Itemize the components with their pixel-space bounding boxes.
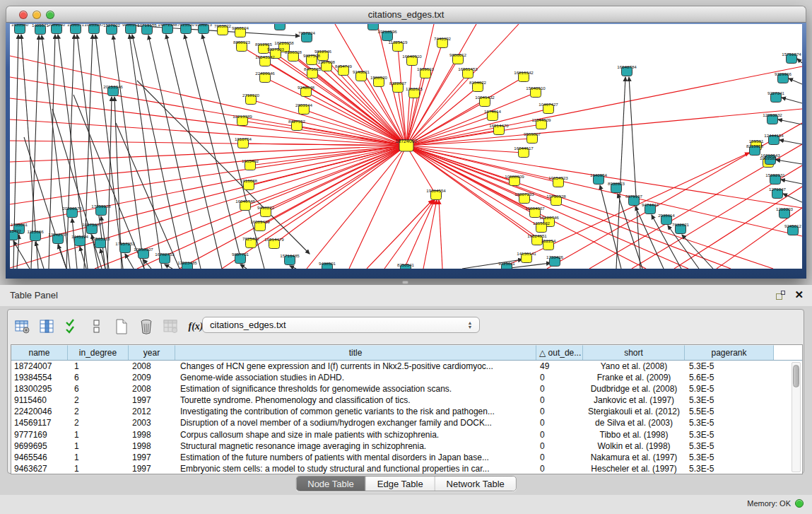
tab-edge-table[interactable]: Edge Table <box>366 477 435 491</box>
cell-title: Genome-wide association studies in ADHD. <box>175 372 536 383</box>
table-mode-icon[interactable] <box>13 317 32 336</box>
cell-short: Dudbridge et al. (2008) <box>583 383 685 395</box>
close-panel-icon[interactable]: ✕ <box>794 288 804 301</box>
cell-name: 18300295 <box>11 383 68 395</box>
new-column-icon[interactable] <box>112 317 131 336</box>
svg-text:19524851: 19524851 <box>527 233 547 238</box>
cell-title: Corpus callosum shape and size in male p… <box>175 429 536 440</box>
svg-text:8860123: 8860123 <box>233 40 251 45</box>
citation-graph[interactable]: 1633580140557120891401956571106532871527… <box>10 24 802 269</box>
table-row[interactable]: 1830029562008Estimation of significance … <box>11 383 802 395</box>
svg-text:7857224: 7857224 <box>298 30 316 35</box>
svg-text:12923485: 12923485 <box>177 260 197 265</box>
cell-year: 1997 <box>129 395 175 406</box>
table-row[interactable]: 1872400712008Changes of HCN gene express… <box>11 361 802 372</box>
table-row[interactable]: 977716911998Corpus callosum shape and si… <box>11 429 802 440</box>
svg-text:16640910: 16640910 <box>402 54 422 59</box>
column-header-pagerank[interactable]: pagerank <box>685 345 774 360</box>
tab-network-table[interactable]: Network Table <box>435 477 516 491</box>
cell-title: Structural magnetic resonance image aver… <box>175 440 536 452</box>
svg-text:9827508: 9827508 <box>303 53 321 58</box>
cell-in_degree: 1 <box>68 429 129 440</box>
window-titlebar[interactable]: citations_edges.txt <box>6 6 806 23</box>
table-scrollbar[interactable] <box>792 362 801 472</box>
selection-mode-icon[interactable] <box>88 317 106 336</box>
column-header-short[interactable]: short <box>583 345 685 360</box>
table-row[interactable]: 946554611997Estimation of the future num… <box>11 452 802 463</box>
panel-splitter-handle[interactable] <box>402 281 408 284</box>
network-canvas[interactable]: 1633580140557120891401956571106532871527… <box>10 24 802 269</box>
svg-text:8186328: 8186328 <box>285 49 302 54</box>
svg-text:19654923: 19654923 <box>548 175 568 180</box>
svg-text:2367608: 2367608 <box>318 59 336 64</box>
cell-in_degree: 1 <box>68 463 129 474</box>
cell-name: 9465546 <box>11 452 68 463</box>
cell-out_degree: 0 <box>536 452 583 463</box>
column-header-name[interactable]: name <box>11 345 68 360</box>
cell-out_degree: 0 <box>536 417 583 428</box>
svg-text:1115686: 1115686 <box>27 229 44 234</box>
graph-node[interactable] <box>275 24 286 30</box>
svg-text:18724007: 18724007 <box>395 139 417 144</box>
cell-short: Yano et al. (2008) <box>583 361 685 372</box>
table-row[interactable]: 911546021997Tourette syndrome. Phenomeno… <box>11 395 802 406</box>
svg-text:1674614: 1674614 <box>484 109 502 114</box>
svg-text:9146821: 9146821 <box>353 69 370 74</box>
svg-text:16044617: 16044617 <box>514 146 534 151</box>
cell-short: de Silva et al. (2003) <box>583 417 685 428</box>
svg-text:9827503: 9827503 <box>267 47 285 52</box>
svg-text:1210303: 1210303 <box>776 206 794 211</box>
cell-name: 9463627 <box>11 463 68 474</box>
cell-out_degree: 0 <box>536 463 583 474</box>
svg-text:16961453: 16961453 <box>458 66 478 71</box>
svg-text:16816342: 16816342 <box>514 70 534 75</box>
table-row[interactable]: 1938455462009Genome-wide association stu… <box>11 372 802 383</box>
cell-name: 19384554 <box>11 372 68 383</box>
show-column-icon[interactable] <box>38 317 57 336</box>
cell-short: Jankovic et al. (1997) <box>583 395 685 406</box>
cell-out_degree: 0 <box>536 395 583 406</box>
svg-text:16046748: 16046748 <box>235 199 255 204</box>
delete-table-icon[interactable] <box>162 317 180 336</box>
cell-year: 2003 <box>129 417 175 428</box>
table-row[interactable]: 969969511998Structural magnetic resonanc… <box>11 440 802 452</box>
svg-text:18226058: 18226058 <box>274 40 294 45</box>
cell-year: 2012 <box>129 406 175 417</box>
cell-pagerank: 5.9E-5 <box>685 383 774 395</box>
cell-year: 2008 <box>129 361 175 372</box>
float-panel-icon[interactable] <box>776 291 785 300</box>
scrollbar-thumb[interactable] <box>793 365 799 387</box>
tab-node-table[interactable]: Node Table <box>296 477 366 491</box>
svg-text:20153346: 20153346 <box>103 84 123 89</box>
table-panel-body: f(x) citations_edges.txt ▲▼ namein_degre… <box>7 309 804 474</box>
svg-text:3915422: 3915422 <box>10 228 22 233</box>
column-header-year[interactable]: year <box>129 345 175 360</box>
cell-in_degree: 2 <box>68 395 129 406</box>
cell-year: 1998 <box>129 440 175 452</box>
svg-text:15640910: 15640910 <box>526 86 546 90</box>
svg-text:1669610: 1669610 <box>417 66 435 71</box>
table-row[interactable]: 2242004622012Investigating the contribut… <box>11 406 802 417</box>
svg-text:11325419: 11325419 <box>388 40 408 45</box>
status-bar: Memory: OK <box>0 495 812 514</box>
svg-text:8250541: 8250541 <box>397 262 415 267</box>
svg-text:8215958: 8215958 <box>746 144 764 148</box>
network-select[interactable]: citations_edges.txt ▲▼ <box>202 317 480 333</box>
svg-text:12505113: 12505113 <box>90 236 110 241</box>
delete-column-icon[interactable] <box>137 317 155 336</box>
svg-text:17957253: 17957253 <box>115 241 135 246</box>
cell-out_degree: 0 <box>536 440 583 452</box>
column-header-out_degree[interactable]: △ out_de... <box>536 345 583 360</box>
column-header-in_degree[interactable]: in_degree <box>68 345 129 360</box>
table-panel-header: Table Panel ✕ <box>0 285 812 306</box>
column-header-title[interactable]: title <box>175 345 536 360</box>
svg-text:16782753: 16782753 <box>155 252 175 257</box>
table-row[interactable]: 946362711997Embryonic stem cells: a mode… <box>11 463 802 474</box>
svg-text:1527602: 1527602 <box>103 24 121 28</box>
select-all-checks-icon[interactable] <box>63 317 81 336</box>
svg-text:1640954: 1640954 <box>590 173 608 177</box>
window-title: citations_edges.txt <box>6 9 806 20</box>
combo-stepper-icon[interactable]: ▲▼ <box>466 319 474 332</box>
table-row[interactable]: 1456911722003Disruption of a novel membe… <box>11 417 802 428</box>
svg-text:7440392: 7440392 <box>434 36 452 41</box>
